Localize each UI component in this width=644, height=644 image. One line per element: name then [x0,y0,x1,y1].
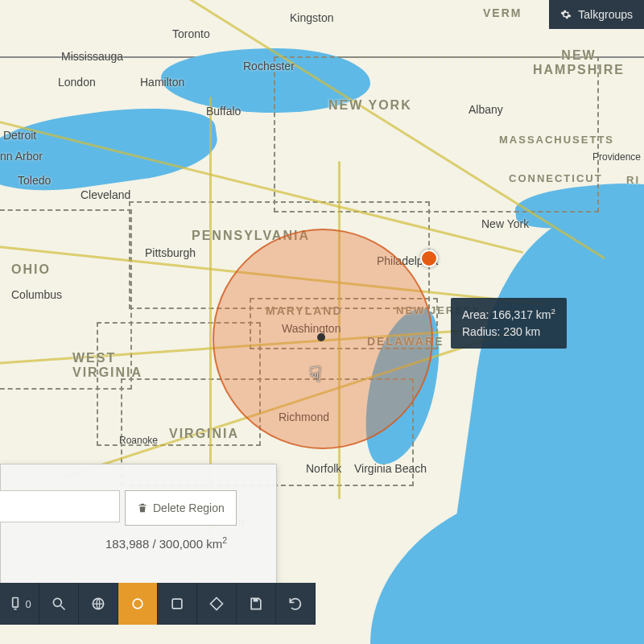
svg-rect-6 [172,599,182,609]
tool-search[interactable] [39,583,79,625]
region-panel: Delete Region 183,988 / 300,000 km2 [0,464,277,584]
region-info-tooltip: Area: 166,317 km2 Radius: 230 km [451,298,567,349]
circle-icon [130,596,146,612]
svg-line-3 [61,606,65,610]
area-label: Area: [462,308,489,321]
device-count: 0 [25,598,31,610]
border-new-york [274,56,599,213]
usage-max: 300,000 km [159,537,222,551]
search-icon [51,596,67,612]
tool-polygon-region[interactable] [197,583,237,625]
undo-icon [287,596,303,612]
tool-devices[interactable]: 0 [0,583,39,625]
area-value: 166,317 km [492,308,551,321]
map-viewport[interactable]: OHIO PENNSYLVANIA NEW YORK NEW HAMPSHIRE… [0,0,644,644]
map-toolbar: 0 [0,583,316,625]
tool-undo[interactable] [276,583,316,625]
svg-rect-0 [13,598,19,608]
square-icon [169,596,185,612]
radius-label: Radius: [462,325,500,338]
gear-icon [560,9,572,20]
usage-sep: / [149,537,159,551]
talkgroups-label: Talkgroups [578,8,633,21]
talkgroups-button[interactable]: Talkgroups [549,0,644,29]
svg-rect-1 [14,609,17,610]
trash-icon [137,502,148,514]
usage-current: 183,988 [105,537,149,551]
radius-value: 230 km [503,325,540,338]
area-usage-readout: 183,988 / 300,000 km2 [105,535,227,551]
tool-save[interactable] [237,583,276,625]
save-icon [248,596,264,612]
svg-rect-7 [254,598,258,601]
globe-icon [90,596,106,612]
delete-region-label: Delete Region [153,502,225,514]
svg-point-5 [133,599,142,609]
diamond-icon [208,596,225,612]
device-icon [7,596,23,612]
tool-globe[interactable] [79,583,118,625]
circle-region-edge-handle[interactable] [420,250,438,267]
delete-region-button[interactable]: Delete Region [125,490,237,526]
region-name-input[interactable] [0,490,120,522]
circle-region-center[interactable] [317,333,325,341]
tool-rectangle-region[interactable] [158,583,197,625]
svg-point-2 [53,598,61,606]
tool-circle-region[interactable] [118,583,158,625]
